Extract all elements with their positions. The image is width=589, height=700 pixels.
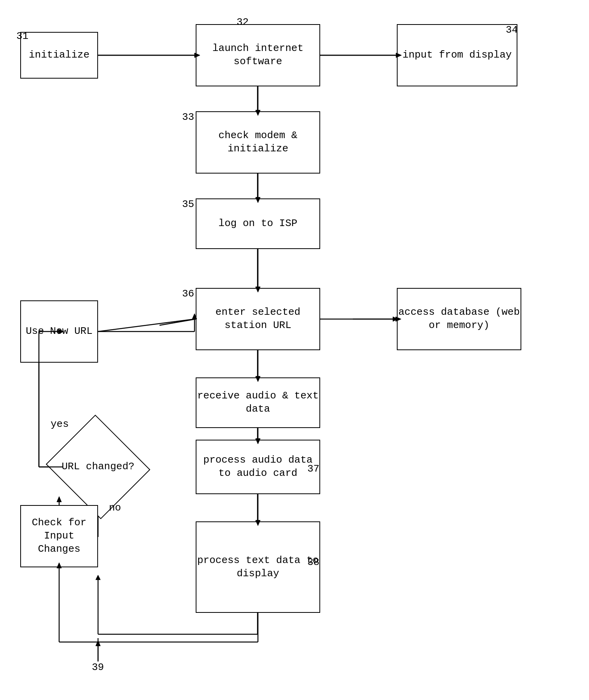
label-32: 32 xyxy=(237,16,249,28)
process-text-box: process text data to display xyxy=(196,521,320,613)
enter-station-url-box: enter selected station URL xyxy=(196,288,320,350)
use-new-url-box: Use New URL xyxy=(20,300,98,363)
label-36: 36 xyxy=(182,288,194,300)
check-input-box: Check for Input Changes xyxy=(20,505,98,567)
check-modem-box: check modem & initialize xyxy=(196,111,320,174)
label-39: 39 xyxy=(92,661,104,673)
launch-internet-box: launch internet software xyxy=(196,24,320,86)
svg-line-27 xyxy=(160,319,196,325)
label-no: no xyxy=(109,502,121,514)
log-on-isp-box: log on to ISP xyxy=(196,198,320,249)
label-yes: yes xyxy=(51,418,69,430)
process-audio-box: process audio data to audio card xyxy=(196,440,320,494)
label-37: 37 xyxy=(307,463,319,475)
initialize-box: initialize xyxy=(20,32,98,79)
access-database-box: access database (web or memory) xyxy=(397,288,521,350)
label-38: 38 xyxy=(307,556,319,568)
url-changed-diamond: URL changed? xyxy=(59,432,137,502)
label-35: 35 xyxy=(182,198,194,210)
svg-marker-59 xyxy=(96,640,100,646)
svg-marker-21 xyxy=(96,575,100,580)
input-from-display-box: input from display xyxy=(397,24,517,86)
label-31: 31 xyxy=(16,30,28,42)
receive-audio-box: receive audio & text data xyxy=(196,377,320,428)
svg-line-57 xyxy=(98,319,195,332)
label-34: 34 xyxy=(506,24,518,36)
label-33: 33 xyxy=(182,111,194,123)
flowchart: initialize 31 launch internet software 3… xyxy=(0,0,589,700)
